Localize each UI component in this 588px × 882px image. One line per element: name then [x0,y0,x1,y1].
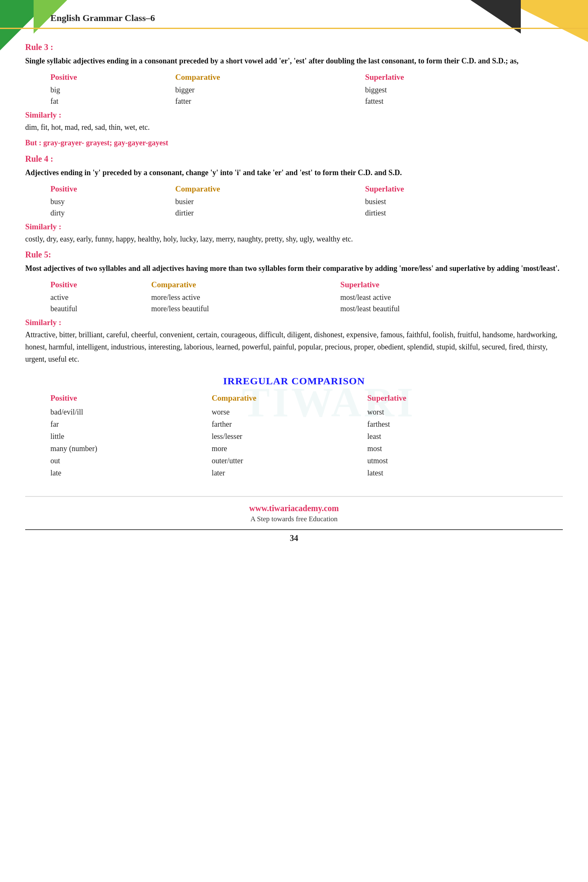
table-row: active more/less active most/least activ… [50,292,534,303]
table-row: beautiful more/less beautiful most/least… [50,303,534,315]
table-row: many (number) more most [50,443,507,455]
irr-positive: late [50,467,212,479]
positive-cell: big [50,84,175,96]
rule3-similarly-text: dim, fit, hot, mad, red, sad, thin, wet,… [25,121,563,134]
comparative-cell: more/less active [151,292,340,303]
superlative-cell: busiest [365,196,534,207]
but-content: gray-grayer- grayest; gay-gayer-gayest [43,139,168,147]
irr-comparative: worse [212,406,368,418]
irr-positive: far [50,418,212,430]
irr-positive: bad/evil/ill [50,406,212,418]
table-row: out outer/utter utmost [50,455,507,467]
footer-tagline: A Step towards free Education [25,515,563,523]
irregular-heading: IRREGULAR COMPARISON [25,375,563,387]
rule4-heading: Rule 4 : [25,154,563,164]
footer-website: www.tiwariacademy.com [25,504,563,513]
positive-cell: active [50,292,151,303]
irr-comparative: more [212,443,368,455]
comparative-cell: busier [175,196,365,207]
rule4-section: Rule 4 : Adjectives ending in 'y' preced… [25,154,563,245]
table-row: fat fatter fattest [50,96,534,107]
main-content: Rule 3 : Single syllabic adjectives endi… [0,29,588,551]
but-label: But : [25,139,42,147]
col-header-comparative: Comparative [175,183,365,196]
rule4-similarly-text: costly, dry, easy, early, funny, happy, … [25,233,563,245]
irr-superlative: worst [368,406,507,418]
irregular-table: Positive Comparative Superlative bad/evi… [50,392,507,479]
table-row: little less/lesser least [50,430,507,443]
col-header-comparative: Comparative [151,278,340,292]
rule5-similarly-label: Similarly : [25,318,563,327]
irr-comparative: outer/utter [212,455,368,467]
footer-page-number: 34 [25,529,563,543]
rule3-heading: Rule 3 : [25,42,563,52]
irr-positive: many (number) [50,443,212,455]
irr-col-comparative: Comparative [212,392,368,406]
irregular-section: IRREGULAR COMPARISON Positive Comparativ… [25,375,563,479]
content-wrapper: Rule 3 : Single syllabic adjectives endi… [25,42,563,543]
irr-col-superlative: Superlative [368,392,507,406]
comparative-cell: more/less beautiful [151,303,340,315]
irr-comparative: less/lesser [212,430,368,443]
page-footer: www.tiwariacademy.com A Step towards fre… [25,496,563,543]
rule5-similarly-text: Attractive, bitter, brilliant, careful, … [25,329,563,365]
superlative-cell: most/least beautiful [340,303,534,315]
superlative-cell: most/least active [340,292,534,303]
table-row: late later latest [50,467,507,479]
irr-superlative: farthest [368,418,507,430]
superlative-cell: dirtiest [365,207,534,219]
irr-superlative: utmost [368,455,507,467]
col-header-positive: Positive [50,183,175,196]
rule3-table: Positive Comparative Superlative big big… [50,71,534,107]
col-header-superlative: Superlative [340,278,534,292]
rule4-table: Positive Comparative Superlative busy bu… [50,183,534,219]
rule4-body: Adjectives ending in 'y' preceded by a c… [25,167,563,178]
irr-positive: little [50,430,212,443]
irr-superlative: least [368,430,507,443]
irr-positive: out [50,455,212,467]
rule4-similarly-label: Similarly : [25,222,563,231]
rule5-section: Rule 5: Most adjectives of two syllables… [25,250,563,365]
rule3-body: Single syllabic adjectives ending in a c… [25,55,563,67]
rule3-section: Rule 3 : Single syllabic adjectives endi… [25,42,563,149]
rule5-table: Positive Comparative Superlative active … [50,278,534,315]
positive-cell: beautiful [50,303,151,315]
superlative-cell: biggest [365,84,534,96]
table-row: far farther farthest [50,418,507,430]
irr-comparative: farther [212,418,368,430]
page-title: English Grammar Class–6 [50,13,155,24]
col-header-comparative: Comparative [175,71,365,84]
irr-superlative: most [368,443,507,455]
page-header: English Grammar Class–6 [0,4,588,29]
positive-cell: dirty [50,207,175,219]
rule5-heading: Rule 5: [25,250,563,260]
superlative-cell: fattest [365,96,534,107]
col-header-superlative: Superlative [365,71,534,84]
rule3-but-text: But : gray-grayer- grayest; gay-gayer-ga… [25,137,563,149]
irr-superlative: latest [368,467,507,479]
table-row: bad/evil/ill worse worst [50,406,507,418]
table-row: dirty dirtier dirtiest [50,207,534,219]
col-header-positive: Positive [50,71,175,84]
col-header-superlative: Superlative [365,183,534,196]
comparative-cell: bigger [175,84,365,96]
col-header-positive: Positive [50,278,151,292]
irr-col-positive: Positive [50,392,212,406]
irr-comparative: later [212,467,368,479]
comparative-cell: dirtier [175,207,365,219]
table-row: busy busier busiest [50,196,534,207]
table-row: big bigger biggest [50,84,534,96]
rule3-similarly-label: Similarly : [25,110,563,120]
rule5-body: Most adjectives of two syllables and all… [25,263,563,274]
comparative-cell: fatter [175,96,365,107]
positive-cell: busy [50,196,175,207]
positive-cell: fat [50,96,175,107]
